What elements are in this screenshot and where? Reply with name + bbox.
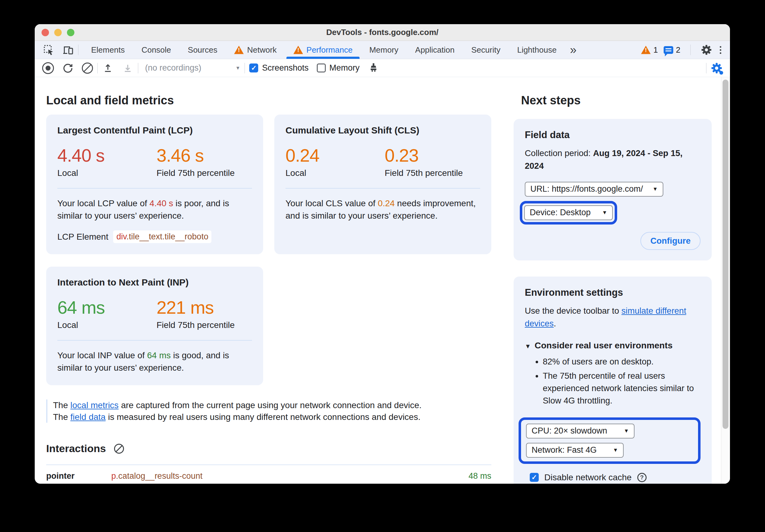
inp-card: Interaction to Next Paint (INP) 64 ms Lo… [46, 267, 263, 385]
configure-button[interactable]: Configure [640, 232, 700, 250]
tab-sources[interactable]: Sources [180, 41, 226, 59]
cls-card: Cumulative Layout Shift (CLS) 0.24 Local… [274, 115, 491, 254]
next-steps-title: Next steps [521, 94, 712, 107]
disable-cache-label: Disable network cache [544, 472, 632, 482]
record-icon[interactable] [42, 62, 54, 74]
metrics-footnote: The local metrics are captured from the … [46, 399, 491, 423]
divider [690, 45, 691, 55]
titlebar: DevTools - fonts.google.com/ [35, 24, 730, 41]
environment-settings-title: Environment settings [525, 287, 700, 298]
cls-field-label: Field 75th percentile [385, 168, 484, 178]
download-profile-icon[interactable] [122, 62, 134, 74]
divider [138, 63, 138, 73]
inp-description: Your local INP value of 64 ms is good, a… [57, 349, 252, 374]
metrics-pane: Local and field metrics Largest Contentf… [35, 77, 502, 484]
more-options-icon[interactable] [718, 46, 723, 54]
divider [706, 63, 706, 73]
memory-checkbox[interactable] [317, 64, 326, 73]
screenshots-checkbox[interactable]: ✓ [249, 64, 258, 73]
devtools-window: DevTools - fonts.google.com/ Elements Co… [35, 24, 730, 484]
capture-settings-gear-icon[interactable] [711, 62, 723, 74]
throttling-selects-highlight: CPU: 20× slowdown ▼ Network: Fast 4G ▼ [518, 417, 700, 464]
lcp-field-label: Field 75th percentile [157, 168, 256, 178]
divider [78, 45, 78, 55]
settings-gear-icon[interactable] [700, 44, 712, 56]
chevron-down-icon: ▼ [602, 210, 607, 216]
inp-field-label: Field 75th percentile [157, 320, 256, 330]
lcp-card: Largest Contentful Paint (LCP) 4.40 s Lo… [46, 115, 263, 254]
performance-toolbar: (no recordings) ▼ ✓ Screenshots Memory [35, 59, 730, 77]
interactions-heading: Interactions [46, 442, 106, 454]
tab-console[interactable]: Console [133, 41, 179, 59]
device-toolbar-icon[interactable] [62, 44, 74, 56]
tab-network[interactable]: Network [226, 41, 285, 59]
page-title: Local and field metrics [46, 94, 491, 107]
warning-icon [641, 46, 651, 54]
divider [245, 63, 245, 73]
list-item: The 75th percentile of real users experi… [543, 370, 700, 407]
cls-field-value: 0.23 [385, 146, 484, 165]
tab-lighthouse[interactable]: Lighthouse [509, 41, 565, 59]
inp-card-title: Interaction to Next Paint (INP) [57, 277, 252, 288]
help-icon[interactable]: ? [637, 473, 647, 482]
list-item: 82% of users are on desktop. [543, 356, 700, 368]
issues-badge[interactable]: 2 [664, 45, 680, 55]
tab-security[interactable]: Security [463, 41, 509, 59]
lcp-element-node-link[interactable]: div.tile__text.tile__roboto [113, 230, 211, 243]
inp-field-value: 221 ms [157, 298, 256, 317]
lcp-element-label: LCP Element [57, 232, 108, 242]
chevron-down-icon[interactable]: ▼ [236, 65, 241, 71]
window-title: DevTools - fonts.google.com/ [35, 28, 730, 37]
field-data-card: Field data Collection period: Aug 19, 20… [514, 119, 712, 260]
consider-environments-toggle[interactable]: ▼ Consider real user environments [525, 340, 700, 351]
chevron-down-icon: ▼ [613, 447, 618, 453]
device-select[interactable]: Device: Desktop ▼ [524, 205, 613, 220]
divider [286, 188, 480, 188]
screenshots-label: Screenshots [262, 63, 309, 73]
scrollbar-thumb[interactable] [723, 80, 728, 429]
next-steps-pane: Next steps Field data Collection period:… [502, 77, 730, 484]
tab-memory[interactable]: Memory [361, 41, 407, 59]
lcp-card-title: Largest Contentful Paint (LCP) [57, 125, 252, 135]
tab-elements[interactable]: Elements [83, 41, 133, 59]
inp-local-label: Local [57, 320, 157, 330]
table-row[interactable]: pointer p.catalog__results-count 48 ms [46, 464, 491, 484]
environment-settings-card: Environment settings Use the device tool… [514, 277, 712, 484]
panel-content: Local and field metrics Largest Contentf… [35, 77, 730, 484]
warnings-badge[interactable]: 1 [641, 45, 658, 55]
device-toolbar-tip: Use the device toolbar to simulate diffe… [525, 304, 700, 330]
recordings-select[interactable]: (no recordings) [145, 63, 202, 73]
field-data-title: Field data [525, 130, 700, 140]
upload-profile-icon[interactable] [102, 62, 114, 74]
garbage-collect-icon[interactable] [368, 62, 380, 74]
cls-local-value: 0.24 [286, 146, 385, 165]
tab-performance[interactable]: Performance [285, 41, 361, 59]
reload-and-record-icon[interactable] [62, 62, 74, 74]
cpu-throttling-select[interactable]: CPU: 20× slowdown ▼ [526, 423, 634, 438]
settings-changed-dot [719, 71, 723, 75]
chevron-down-icon: ▼ [652, 186, 658, 192]
local-metrics-link[interactable]: local metrics [70, 400, 119, 410]
chevron-down-icon: ▼ [624, 428, 629, 434]
scrollbar[interactable] [721, 77, 730, 484]
cls-card-title: Cumulative Layout Shift (CLS) [286, 125, 480, 135]
warning-icon [294, 46, 303, 54]
cls-local-label: Local [286, 168, 385, 178]
lcp-field-value: 3.46 s [157, 146, 256, 165]
url-select[interactable]: URL: https://fonts.google.com/ ▼ [525, 182, 663, 197]
collection-period: Collection period: Aug 19, 2024 - Sep 15… [525, 147, 700, 172]
disable-cache-checkbox[interactable]: ✓ [530, 473, 539, 482]
interaction-node-link[interactable]: p.catalog__results-count [111, 471, 468, 481]
warning-icon [234, 46, 244, 54]
panel-tabs: Elements Console Sources Network Perform… [83, 41, 581, 59]
clear-icon[interactable] [82, 63, 93, 74]
tab-application[interactable]: Application [407, 41, 463, 59]
lcp-local-label: Local [57, 168, 157, 178]
more-tabs-button[interactable]: » [565, 41, 581, 59]
network-throttling-select[interactable]: Network: Fast 4G ▼ [526, 443, 624, 458]
field-data-link[interactable]: field data [70, 412, 106, 422]
inspect-element-icon[interactable] [43, 44, 55, 56]
clear-interactions-icon[interactable] [114, 444, 124, 454]
environment-bullets: 82% of users are on desktop. The 75th pe… [525, 356, 700, 407]
disclosure-triangle-icon: ▼ [525, 343, 531, 350]
